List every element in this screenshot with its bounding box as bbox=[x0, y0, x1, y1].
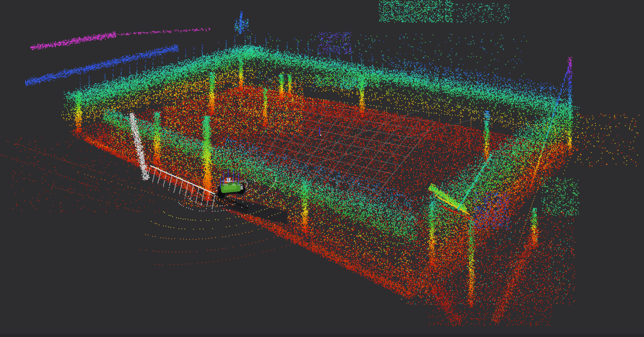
rviz-3d-viewport[interactable] bbox=[0, 0, 644, 337]
pointcloud-visualizer-window bbox=[0, 0, 644, 337]
